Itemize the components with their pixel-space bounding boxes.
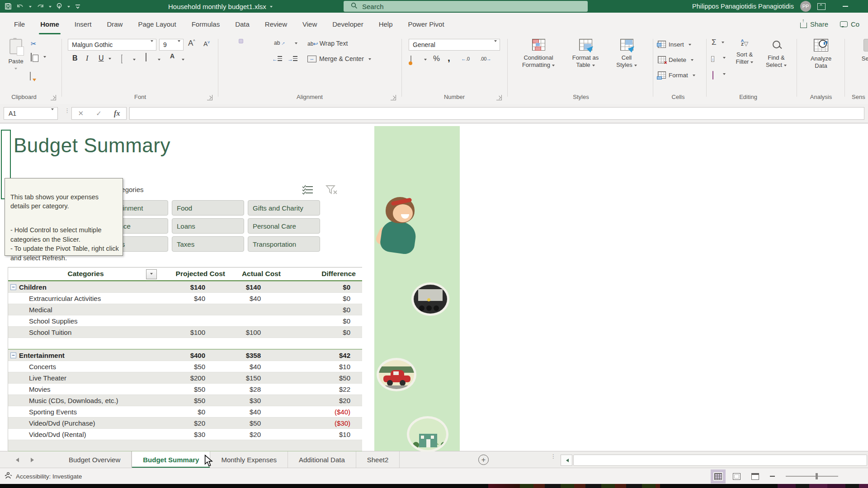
table-row[interactable]: Extracurricular Activities $40 $40 $0 [8, 293, 362, 304]
enter-icon[interactable]: ✓ [96, 109, 102, 117]
table-row[interactable] [8, 338, 362, 349]
formula-input[interactable] [129, 107, 864, 120]
table-row[interactable]: School Tuition $100 $100 $0 [8, 327, 362, 338]
collapse-toggle-icon[interactable]: − [10, 284, 16, 290]
ribbon-tab[interactable]: Data [227, 13, 257, 35]
table-row[interactable]: Sporting Events $0 $40 ($40) [8, 406, 362, 418]
table-row[interactable]: School Supplies $0 [8, 315, 362, 327]
borders-icon[interactable] [121, 55, 122, 63]
multi-select-icon[interactable] [302, 185, 314, 197]
zoom-slider[interactable] [786, 476, 838, 477]
ribbon-tab[interactable]: Draw [99, 13, 130, 35]
sheet-tab[interactable]: Budget Overview [58, 451, 132, 468]
collapse-toggle-icon[interactable]: − [10, 352, 16, 358]
decrease-font-icon[interactable]: Av [203, 40, 210, 47]
fill-color-icon[interactable] [146, 53, 146, 61]
underline-button[interactable]: U [99, 54, 104, 62]
percent-style-button[interactable]: % [433, 54, 440, 63]
orientation-icon[interactable]: ab→ [274, 40, 285, 46]
wrap-text-button[interactable]: ab↩ Wrap Text [307, 40, 348, 47]
align-right-icon[interactable] [254, 55, 259, 60]
underline-dropdown-icon[interactable] [108, 58, 111, 61]
prev-sheet-icon[interactable] [14, 458, 19, 462]
font-dialog-launcher-icon[interactable] [207, 95, 212, 100]
customize-quick-access-icon[interactable] [75, 4, 81, 9]
clear-icon[interactable] [712, 71, 713, 80]
slicer-button[interactable]: Taxes [172, 236, 244, 252]
undo-icon[interactable] [16, 3, 24, 10]
normal-view-button[interactable] [714, 473, 722, 480]
share-button[interactable]: Share [800, 20, 828, 28]
merge-center-button[interactable]: ↔Merge & Center [307, 55, 371, 62]
table-row[interactable]: Medical $0 [8, 304, 362, 315]
undo-dropdown-icon[interactable] [29, 6, 32, 9]
page-layout-view-button[interactable] [733, 473, 741, 480]
redo-icon[interactable] [36, 3, 44, 10]
touch-mouse-mode-icon[interactable] [56, 3, 63, 10]
new-sheet-button[interactable]: + [478, 455, 489, 465]
horizontal-scrollbar[interactable] [573, 455, 867, 466]
copy-button[interactable] [31, 53, 32, 61]
avatar[interactable]: PP [800, 1, 811, 12]
slicer-button[interactable]: Transportation [248, 236, 320, 252]
format-cells-button[interactable]: Format [658, 71, 695, 79]
fill-dropdown-icon[interactable] [723, 57, 726, 60]
delete-cells-button[interactable]: Delete [658, 56, 693, 63]
sheet-tab[interactable]: Budget Summary [132, 451, 210, 468]
save-icon[interactable] [5, 3, 12, 10]
clear-dropdown-icon[interactable] [723, 73, 726, 76]
name-box[interactable]: A1 [4, 107, 58, 120]
table-row[interactable] [8, 440, 362, 451]
font-size-select[interactable]: 9 [159, 39, 184, 51]
insert-cells-button[interactable]: Insert [658, 41, 691, 48]
zoom-slider-handle[interactable] [816, 473, 818, 479]
paste-button[interactable]: Paste [4, 38, 28, 70]
analyze-data-button[interactable]: Analyze Data [801, 38, 841, 70]
sensitivity-button[interactable]: Sensi [851, 38, 868, 62]
document-title[interactable]: Household monthly budget1.xlsx [168, 0, 273, 13]
decrease-indent-icon[interactable]: ← [272, 56, 282, 62]
sheet-area[interactable]: Budget Summary Categories Entertainment … [0, 123, 868, 451]
redo-dropdown-icon[interactable] [49, 6, 52, 9]
align-middle-icon[interactable] [239, 39, 243, 43]
hscroll-left-button[interactable] [561, 455, 572, 466]
italic-button[interactable]: I [86, 54, 88, 62]
format-painter-icon[interactable] [30, 72, 31, 80]
next-sheet-icon[interactable] [31, 458, 36, 462]
cell-styles-button[interactable]: Cell Styles [608, 38, 646, 69]
ribbon-tab[interactable]: File [6, 13, 33, 35]
ribbon-tab[interactable]: Formulas [184, 13, 228, 35]
touch-mode-dropdown-icon[interactable] [67, 6, 70, 9]
fill-icon[interactable]: ↓ [711, 54, 714, 62]
search-box[interactable]: Search [344, 1, 588, 12]
format-as-table-button[interactable]: Format as Table [566, 38, 605, 69]
cut-icon[interactable]: ✂ [31, 40, 37, 48]
ribbon-tab[interactable]: Home [33, 13, 67, 35]
cancel-icon[interactable]: ✕ [78, 109, 84, 117]
font-color-dropdown-icon[interactable] [182, 59, 184, 62]
autosum-dropdown-icon[interactable] [722, 42, 724, 45]
align-bottom-icon[interactable] [254, 39, 259, 43]
bold-button[interactable]: B [72, 54, 78, 62]
clear-filter-icon[interactable] [326, 185, 337, 197]
table-row[interactable]: − Children $140 $140 $0 [8, 281, 362, 293]
fill-color-dropdown-icon[interactable] [158, 59, 160, 62]
comma-style-button[interactable]: , [448, 52, 450, 63]
ribbon-tab[interactable]: Power Pivot [401, 13, 452, 35]
font-name-select[interactable]: Malgun Gothic [68, 39, 156, 51]
ribbon-tab[interactable]: Page Layout [130, 13, 184, 35]
ribbon-tab[interactable]: View [295, 13, 325, 35]
ribbon-display-options-icon[interactable] [817, 3, 826, 10]
decrease-decimal-icon[interactable]: .00→ [480, 56, 491, 61]
increase-font-icon[interactable]: A^ [188, 39, 195, 48]
minimize-icon[interactable] [843, 6, 848, 7]
number-format-select[interactable]: General [409, 39, 500, 51]
table-row[interactable]: Live Theater $200 $150 $50 [8, 372, 362, 384]
table-row[interactable]: Music (CDs, Downloads, etc.) $50 $30 $20 [8, 395, 362, 406]
table-row[interactable]: Concerts $50 $40 $10 [8, 361, 362, 372]
accounting-format-icon[interactable] [410, 56, 411, 64]
slicer-button[interactable]: Personal Care [248, 218, 320, 234]
ribbon-tab[interactable]: Developer [325, 13, 371, 35]
slicer-button[interactable]: Gifts and Charity [248, 200, 320, 216]
page-break-view-button[interactable] [751, 473, 759, 480]
